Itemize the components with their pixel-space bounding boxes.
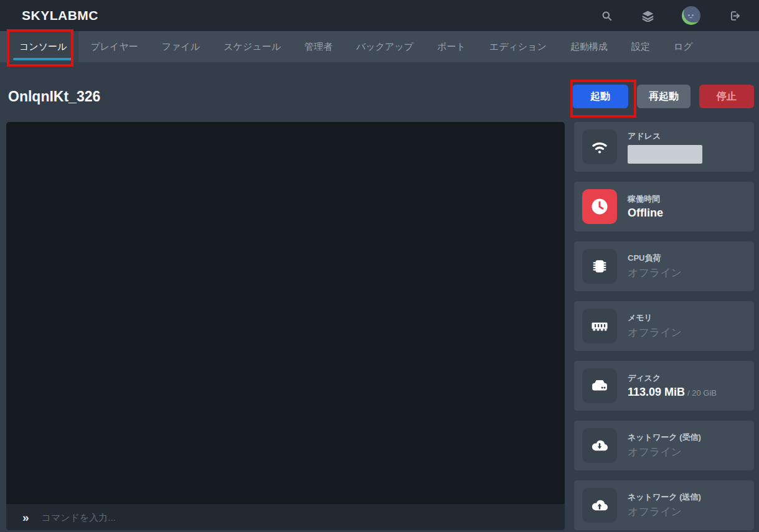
network-tx-value: オフライン bbox=[628, 505, 701, 519]
tab-startup[interactable]: 起動構成 bbox=[559, 31, 620, 62]
tab-logs[interactable]: ログ bbox=[662, 31, 705, 62]
tab-admins[interactable]: 管理者 bbox=[293, 31, 344, 62]
tab-console[interactable]: コンソール bbox=[7, 31, 78, 62]
cloud-upload-icon bbox=[582, 488, 617, 523]
stats-sidebar: アドレス 稼働時間 Offline bbox=[574, 122, 754, 530]
restart-button[interactable]: 再起動 bbox=[637, 85, 691, 108]
cpu-value: オフライン bbox=[628, 266, 682, 280]
tab-edition[interactable]: エディション bbox=[478, 31, 559, 62]
page-head: OnlqnIKt_326 起動 再起動 停止 bbox=[0, 62, 759, 122]
user-avatar[interactable] bbox=[682, 6, 700, 25]
uptime-value: Offline bbox=[628, 207, 663, 220]
tab-backups[interactable]: バックアップ bbox=[344, 31, 425, 62]
top-header: SKYLABMC bbox=[0, 0, 759, 31]
stop-button[interactable]: 停止 bbox=[699, 85, 754, 108]
command-input[interactable] bbox=[42, 512, 565, 523]
search-icon[interactable] bbox=[600, 9, 613, 22]
stat-card-memory: メモリ オフライン bbox=[574, 301, 754, 351]
console-input-row: » bbox=[6, 504, 565, 530]
layers-icon[interactable] bbox=[641, 9, 654, 22]
disk-total-value: / 20 GiB bbox=[687, 388, 717, 398]
memory-icon bbox=[582, 309, 617, 343]
server-name-title: OnlqnIKt_326 bbox=[8, 88, 100, 105]
app-root: SKYLABMC bbox=[0, 0, 759, 530]
card-label: ネットワーク (受信) bbox=[628, 432, 701, 443]
card-label: ディスク bbox=[628, 373, 717, 384]
angle-double-right-icon: » bbox=[22, 511, 29, 523]
card-label: メモリ bbox=[628, 312, 682, 324]
power-buttons: 起動 再起動 停止 bbox=[572, 85, 754, 108]
cpu-icon bbox=[582, 249, 617, 284]
tab-ports[interactable]: ポート bbox=[425, 31, 478, 62]
memory-value: オフライン bbox=[628, 325, 682, 340]
card-label: ネットワーク (送信) bbox=[628, 492, 701, 503]
stat-card-network-rx: ネットワーク (受信) オフライン bbox=[574, 421, 754, 470]
address-value-redacted bbox=[628, 145, 702, 164]
card-label: アドレス bbox=[628, 131, 702, 142]
disk-icon bbox=[582, 368, 617, 403]
start-button[interactable]: 起動 bbox=[572, 85, 628, 108]
network-rx-value: オフライン bbox=[628, 445, 701, 459]
console-panel: » bbox=[6, 122, 565, 530]
tab-settings[interactable]: 設定 bbox=[620, 31, 662, 62]
cloud-download-icon bbox=[582, 428, 617, 463]
stat-card-disk: ディスク 113.09 MiB / 20 GiB bbox=[574, 361, 754, 411]
tab-files[interactable]: ファイル bbox=[150, 31, 212, 62]
console-output[interactable] bbox=[6, 122, 565, 504]
main-content: » アドレス bbox=[0, 122, 759, 530]
tab-players[interactable]: プレイヤー bbox=[78, 31, 149, 62]
nav-tabs: コンソール プレイヤー ファイル スケジュール 管理者 バックアップ ポート エ… bbox=[0, 31, 759, 62]
stat-card-uptime: 稼働時間 Offline bbox=[574, 182, 754, 231]
header-icons bbox=[600, 6, 742, 25]
logout-icon[interactable] bbox=[728, 9, 742, 22]
disk-used-value: 113.09 MiB bbox=[628, 386, 685, 399]
card-label: CPU負荷 bbox=[628, 253, 682, 264]
stat-card-cpu: CPU負荷 オフライン bbox=[574, 241, 754, 291]
tab-schedule[interactable]: スケジュール bbox=[212, 31, 293, 62]
stat-card-network-tx: ネットワーク (送信) オフライン bbox=[574, 480, 754, 530]
stat-card-address: アドレス bbox=[574, 122, 754, 172]
card-label: 稼働時間 bbox=[628, 194, 663, 205]
brand-title: SKYLABMC bbox=[22, 8, 98, 23]
wifi-icon bbox=[582, 129, 617, 164]
clock-icon bbox=[582, 189, 617, 224]
